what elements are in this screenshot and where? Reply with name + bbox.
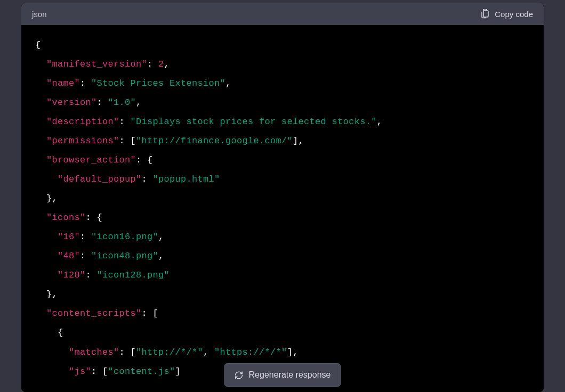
svg-rect-0 (483, 11, 488, 17)
json-key: "16" (58, 232, 80, 242)
json-string: "popup.html" (153, 174, 220, 184)
json-key: "js" (69, 366, 91, 377)
code-line: { (35, 40, 41, 50)
code-header: json Copy code (21, 3, 544, 25)
copy-code-label: Copy code (495, 10, 533, 19)
json-key: "browser_action" (46, 155, 136, 165)
json-string: "content.js" (108, 366, 175, 377)
language-label: json (32, 10, 47, 19)
refresh-icon (235, 371, 244, 380)
json-string: "Displays stock prices for selected stoc… (131, 117, 377, 127)
regenerate-label: Regenerate response (249, 370, 331, 380)
json-string: "icon128.png" (97, 270, 170, 280)
json-key: "permissions" (46, 136, 119, 146)
json-number: 2 (158, 59, 164, 69)
json-string: "icon16.png" (91, 232, 158, 242)
json-key: "128" (58, 270, 86, 280)
json-string: "icon48.png" (91, 251, 158, 261)
json-key: "content_scripts" (46, 308, 142, 318)
json-key: "48" (58, 251, 80, 261)
json-key: "manifest_version" (46, 59, 147, 69)
json-string: "https://*/*" (214, 347, 287, 357)
json-key: "icons" (46, 213, 86, 223)
json-key: "version" (46, 97, 97, 108)
json-key: "description" (46, 117, 119, 127)
code-content: { "manifest_version": 2, "name": "Stock … (21, 25, 544, 392)
code-block: json Copy code { "manifest_version": 2, … (21, 3, 544, 392)
copy-code-button[interactable]: Copy code (480, 9, 533, 19)
regenerate-response-button[interactable]: Regenerate response (224, 363, 341, 387)
json-string: "http://*/*" (136, 347, 203, 357)
json-string: "http://finance.google.com/" (136, 136, 293, 146)
json-key: "default_popup" (58, 174, 142, 184)
clipboard-icon (480, 9, 490, 19)
json-key: "matches" (69, 347, 119, 357)
json-key: "name" (46, 78, 80, 88)
code-pre: { "manifest_version": 2, "name": "Stock … (35, 36, 530, 381)
json-string: "Stock Prices Extension" (91, 78, 225, 88)
json-string: "1.0" (108, 97, 136, 108)
